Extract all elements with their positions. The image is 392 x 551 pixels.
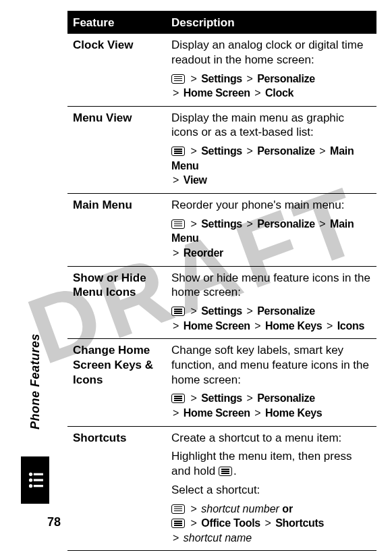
instruction-text: Highlight the menu item, then press and … <box>171 449 372 479</box>
menu-icon <box>171 394 185 403</box>
table-header-row: Feature Description <box>67 11 376 34</box>
menu-icon <box>171 219 185 229</box>
table-row: Menu View Display the main menu as graph… <box>67 106 376 193</box>
table-row: Show or Hide Menu Icons Show or hide men… <box>67 266 376 339</box>
feature-name: Change Home Screen Keys & Icons <box>67 339 166 426</box>
section-title: Phone Features <box>28 334 43 429</box>
sidebar: Phone Features <box>19 220 51 504</box>
svg-rect-1 <box>34 473 43 475</box>
contacts-icon <box>26 471 44 489</box>
menu-icon <box>171 147 185 156</box>
table-row: Shortcuts Create a shortcut to a menu it… <box>67 426 376 551</box>
table-row: Clock View Display an analog clock or di… <box>67 34 376 107</box>
feature-description: Change soft key labels, smart key functi… <box>166 339 376 426</box>
menu-path: > shortcut number or > Office Tools > Sh… <box>171 502 372 546</box>
feature-description: Show or hide menu feature icons in the h… <box>166 266 376 339</box>
header-description: Description <box>166 11 376 34</box>
menu-path: > Settings > Personalize > Main Menu > R… <box>171 217 372 261</box>
page-content: Feature Description Clock View Display a… <box>67 11 376 551</box>
svg-point-2 <box>29 478 32 481</box>
menu-path: > Settings > Personalize > Home Screen >… <box>171 72 372 101</box>
menu-icon <box>171 74 185 84</box>
svg-rect-3 <box>34 479 43 481</box>
table-row: Change Home Screen Keys & Icons Change s… <box>67 339 376 426</box>
feature-name: Shortcuts <box>67 426 166 551</box>
feature-name: Clock View <box>67 34 166 107</box>
feature-description: Create a shortcut to a menu item: Highli… <box>166 426 376 551</box>
svg-rect-5 <box>34 485 43 487</box>
feature-name: Main Menu <box>67 193 166 266</box>
menu-icon <box>171 519 185 528</box>
menu-path: > Settings > Personalize > Home Screen >… <box>171 391 372 420</box>
feature-description: Display the main menu as graphic icons o… <box>166 106 376 193</box>
feature-description: Display an analog clock or digital time … <box>166 34 376 107</box>
menu-icon <box>171 307 185 316</box>
description-text: Display the main menu as graphic icons o… <box>171 111 372 140</box>
feature-name: Menu View <box>67 106 166 193</box>
page-number: 78 <box>47 515 61 529</box>
table-row: Main Menu Reorder your phone's main menu… <box>67 193 376 266</box>
description-text: Reorder your phone's main menu: <box>171 198 372 213</box>
menu-path: > Settings > Personalize > Main Menu > V… <box>171 144 372 188</box>
svg-point-0 <box>29 473 32 476</box>
header-feature: Feature <box>67 11 166 34</box>
menu-icon <box>219 467 232 476</box>
description-text: Change soft key labels, smart key functi… <box>171 343 372 387</box>
description-text: Display an analog clock or digital time … <box>171 38 372 68</box>
description-text: Create a shortcut to a menu item: <box>171 431 372 446</box>
sidebar-tab <box>21 456 49 504</box>
feature-description: Reorder your phone's main menu: > Settin… <box>166 193 376 266</box>
instruction-text: Select a shortcut: <box>171 483 372 498</box>
menu-icon <box>171 504 185 514</box>
svg-point-4 <box>29 484 32 488</box>
features-table: Feature Description Clock View Display a… <box>67 11 376 551</box>
feature-name: Show or Hide Menu Icons <box>67 266 166 339</box>
menu-path: > Settings > Personalize > Home Screen >… <box>171 304 372 333</box>
description-text: Show or hide menu feature icons in the h… <box>171 271 372 300</box>
